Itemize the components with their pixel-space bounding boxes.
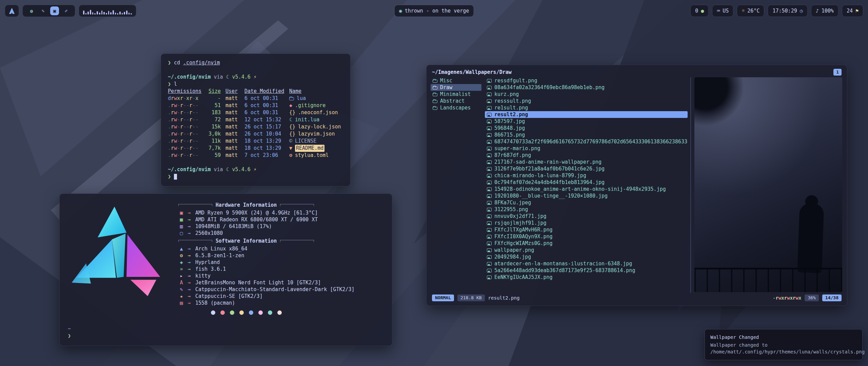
- folder-item[interactable]: Draw: [431, 84, 481, 91]
- perm-char: r: [180, 109, 183, 116]
- visualizer-bar: [90, 10, 91, 15]
- media-player-widget[interactable]: ◉ thrown - on the verge: [394, 5, 474, 17]
- keyboard-layout-widget[interactable]: ⌨ US: [712, 5, 733, 17]
- file-name: rsjqojlmjhf91.jpg: [494, 220, 547, 226]
- palette-dot: [258, 310, 263, 315]
- file-item[interactable]: 20492984.jpg: [485, 253, 688, 260]
- fetch-value: Catppuccin-SE [GTK2/3]: [195, 293, 263, 299]
- file-item[interactable]: FXfcHgcWIAMzs0G.png: [485, 240, 688, 247]
- file-item[interactable]: nnvuv0xj2df71.jpg: [485, 213, 688, 220]
- ls-user: matt: [225, 138, 240, 145]
- perm-char: r: [171, 145, 174, 151]
- file-manager-main: MiscDrawMinimalistAbstractLandscapes res…: [431, 77, 843, 293]
- bell-icon: ⚑: [855, 8, 859, 14]
- ls-user: matt: [225, 116, 240, 123]
- updates-widget[interactable]: 0 ●: [690, 5, 709, 17]
- image-file-icon: [487, 99, 492, 103]
- file-item[interactable]: re1sult.png: [485, 104, 688, 111]
- file-item[interactable]: 154928-odinokoe_anime-art-anime-okno-sin…: [485, 186, 688, 192]
- file-item[interactable]: 0c794faf07de24a4db4d4fb1eb813964.jpg: [485, 179, 688, 186]
- file-item[interactable]: 3126f7e9bbf21a8a4af0b67b041c6e26.jpg: [485, 165, 688, 172]
- workspace-2[interactable]: ✎: [39, 6, 47, 15]
- file-item[interactable]: 587597.jpg: [485, 118, 688, 125]
- file-item[interactable]: 3122955.png: [485, 206, 688, 213]
- file-item[interactable]: 596848.jpg: [485, 125, 688, 131]
- perm-char: -: [192, 138, 195, 144]
- volume-level: 100%: [822, 8, 834, 14]
- file-name: wallpaper.png: [494, 247, 534, 253]
- prompt-symbol: ❯: [68, 332, 384, 340]
- file-name: resssult.png: [494, 98, 531, 104]
- crystal-logo: [68, 202, 169, 304]
- clock-time: 17:50:29: [772, 8, 797, 14]
- clock-widget[interactable]: 17:50:29 ◷: [768, 5, 807, 17]
- file-item[interactable]: FXfcJlTXgAMvH6R.png: [485, 226, 688, 233]
- file-name: super-mario.png: [494, 145, 540, 151]
- terminal-prompt-line[interactable]: ❯: [168, 173, 343, 180]
- arrow-icon: →: [188, 273, 192, 279]
- file-item[interactable]: 866715.png: [485, 131, 688, 138]
- notification-popup[interactable]: Wallpaper Changed Wallpaper changed to /…: [705, 329, 863, 360]
- workspace-4[interactable]: ✐: [62, 6, 71, 15]
- perm-char: -: [195, 145, 198, 151]
- terminal-window-fetch[interactable]: Hardware Information▣→AMD Ryzen 9 5900X …: [59, 194, 392, 346]
- file-manager-window[interactable]: ~/Imagenes/Wallpapers/Draw 1 MiscDrawMin…: [426, 65, 847, 306]
- folder-item[interactable]: Misc: [431, 77, 481, 84]
- folder-item[interactable]: Minimalist: [431, 91, 481, 98]
- file-item[interactable]: rsjqojlmjhf91.jpg: [485, 220, 688, 226]
- perm-char: w: [787, 295, 790, 301]
- file-item[interactable]: wallpaper.png: [485, 247, 688, 253]
- volume-widget[interactable]: ♪ 100%: [811, 5, 839, 17]
- file-item[interactable]: 68747470733a2f2f696d616765732d7769786d70…: [485, 138, 688, 145]
- fetch-line: ▦→AMD ATI Radeon RX 6800/6800 XT / 6900 …: [178, 216, 384, 223]
- ls-name: {}lazyvim.json: [289, 130, 343, 138]
- launcher-button[interactable]: [5, 5, 19, 17]
- file-item[interactable]: kurz.png: [485, 91, 688, 98]
- file-item[interactable]: 8FKa7Cu.jpeg: [485, 199, 688, 206]
- weather-widget[interactable]: ☼ 26°C: [737, 5, 764, 17]
- perm-char: w: [174, 117, 177, 123]
- section-title: Hardware Information: [216, 202, 277, 208]
- tab-indicator[interactable]: 1: [833, 69, 842, 76]
- file-item[interactable]: atardecer-en-la-montanas-ilustracion-634…: [485, 260, 688, 267]
- file-item[interactable]: 87r687df.png: [485, 152, 688, 159]
- folder-icon: [433, 86, 437, 89]
- file-name: .neoconf.json: [298, 109, 338, 116]
- terminal-window-nvim[interactable]: ❯cd.config/nvim ~/.config/nvimvia☾v5.4.6…: [161, 54, 351, 186]
- visualizer-bar: [99, 13, 100, 15]
- file-item[interactable]: 08a634fa02a32364f69ebc86a98eb1eb.png: [485, 84, 688, 91]
- folder-item[interactable]: Abstract: [431, 98, 481, 104]
- file-item[interactable]: 217167-sad-anime-rain-wallpaper.png: [485, 159, 688, 165]
- file-name: 596848.jpg: [494, 125, 525, 131]
- temperature: 26°C: [747, 8, 760, 14]
- bolt-icon: ⚡: [254, 166, 257, 173]
- arrow-icon: →: [188, 280, 192, 286]
- file-name: 3126f7e9bbf21a8a4af0b67b041c6e26.jpg: [494, 166, 605, 172]
- file-item[interactable]: ressdfgult.png: [485, 77, 688, 84]
- file-item[interactable]: result2.png: [485, 111, 688, 118]
- image-file-icon: [487, 93, 492, 96]
- palette-dot: [220, 310, 225, 315]
- file-item[interactable]: super-mario.png: [485, 145, 688, 152]
- workspace-1[interactable]: ◍: [27, 6, 36, 15]
- file-item[interactable]: FXfcII0X0AQyn9X.png: [485, 233, 688, 240]
- file-item[interactable]: resssult.png: [485, 98, 688, 104]
- notifications-widget[interactable]: 24 ⚑: [842, 5, 863, 17]
- file-item[interactable]: chica-mirando-la-luna-8799.jpg: [485, 172, 688, 179]
- perm-char: .: [168, 102, 171, 108]
- file-item[interactable]: EeNKYgIUcAAJ5JX.png: [485, 274, 688, 281]
- shell-path-line: ~/.config/nvimvia☾v5.4.6⚡: [168, 166, 343, 173]
- folder-item[interactable]: Landscapes: [431, 104, 481, 111]
- fetch-prompt[interactable]: ~ ❯: [68, 325, 384, 340]
- workspace-3[interactable]: ▣: [50, 6, 59, 15]
- file-item[interactable]: 19201080-__blue-tinge__-1920×1080.jpg: [485, 192, 688, 199]
- file-item[interactable]: 5a266e448add93deab367d87173e9f25-6837886…: [485, 267, 688, 274]
- visualizer-bar: [103, 12, 105, 15]
- fetch-value: Arch Linux x86_64: [195, 246, 248, 252]
- perm-char: -: [186, 102, 189, 108]
- file-name: 217167-sad-anime-rain-wallpaper.png: [494, 159, 601, 165]
- arrow-icon: →: [188, 246, 192, 252]
- breadcrumb-path: ~/Imagenes/Wallpapers/Draw: [432, 69, 512, 75]
- palette-dot: [277, 310, 282, 315]
- fetch-info: Hardware Information▣→AMD Ryzen 9 5900X …: [178, 200, 384, 325]
